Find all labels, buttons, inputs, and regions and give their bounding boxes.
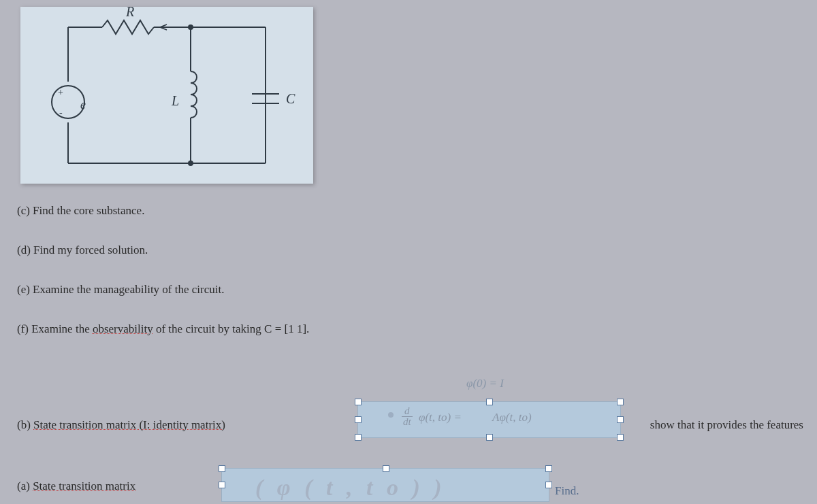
svg-text:e: e (80, 98, 86, 112)
circuit-diagram: R L C e + - (20, 7, 313, 184)
svg-point-0 (52, 86, 84, 118)
question-c: (c) Find the core substance. (17, 204, 800, 218)
question-e: (e) Examine the manageability of the cir… (17, 283, 800, 297)
svg-text:L: L (171, 93, 179, 108)
eq-bigphi: ( φ ( t , t o ) ) (255, 475, 446, 501)
row-b-prefix: (b) (17, 418, 33, 431)
question-f-prefix: (f) Examine the (17, 322, 93, 335)
question-f-suffix: of the circuit by taking C = [1 1]. (153, 322, 310, 335)
row-a-label: (a) State transition matrix (17, 480, 135, 493)
eq-phi0: φ(0) = I (466, 377, 504, 390)
svg-text:R: R (125, 7, 134, 19)
svg-text:+: + (58, 87, 63, 97)
row-b: φ(0) = I ddt φ(t, to) = Aφ(t, to) (b) St… (17, 401, 803, 449)
questions-block: (c) Find the core substance. (d) Find my… (17, 204, 800, 362)
row-b-label: (b) State transition matrix (I: identity… (17, 418, 225, 432)
row-a-find: Find. (555, 484, 579, 498)
handle-icon[interactable] (355, 416, 362, 423)
row-a: ( φ ( t , t o ) ) (a) State transition m… (17, 476, 803, 497)
svg-text:-: - (59, 107, 63, 118)
handle-icon[interactable] (486, 399, 493, 405)
row-a-dotted: State transition matrix (33, 480, 135, 492)
row-b-dotted: State transition matrix (I: identity mat… (33, 418, 225, 431)
row-b-show: show that it provides the features (650, 418, 803, 432)
handle-icon[interactable] (545, 482, 552, 488)
question-f-dotted: observability (93, 322, 153, 335)
handle-icon[interactable] (617, 416, 624, 423)
selection-box-b[interactable] (357, 401, 621, 438)
handle-icon[interactable] (355, 434, 362, 441)
handle-icon[interactable] (383, 465, 389, 472)
row-a-prefix: (a) (17, 480, 33, 492)
handle-icon[interactable] (219, 465, 225, 472)
handle-icon[interactable] (545, 465, 552, 472)
circuit-svg: R L C e + - (20, 7, 313, 184)
eq-dphi-left: φ(t, to) = (419, 411, 462, 424)
handle-icon[interactable] (219, 482, 225, 488)
question-d: (d) Find my forced solution. (17, 243, 800, 257)
handle-icon[interactable] (617, 434, 624, 441)
svg-text:C: C (286, 91, 295, 106)
eq-frac: ddt (402, 406, 413, 427)
eq-dphi-right: Aφ(t, to) (492, 411, 532, 424)
handle-icon[interactable] (355, 399, 362, 405)
bullet-icon (388, 412, 394, 418)
question-f: (f) Examine the observability of the cir… (17, 322, 800, 336)
handle-icon[interactable] (486, 434, 493, 441)
handle-icon[interactable] (617, 399, 624, 405)
